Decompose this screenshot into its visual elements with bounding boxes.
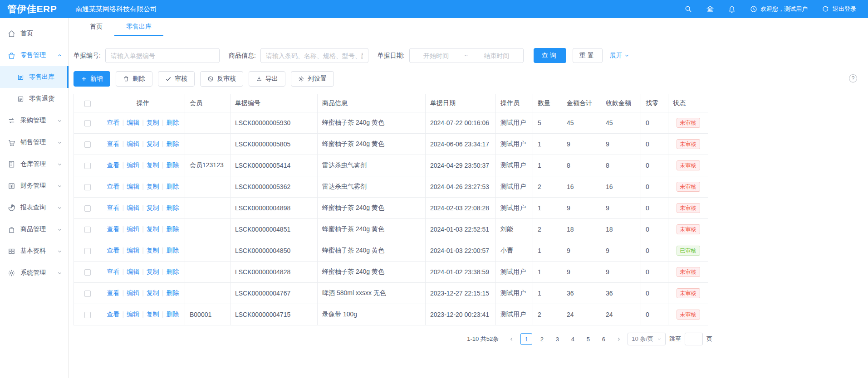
date-range-picker[interactable]: ~ — [409, 48, 524, 63]
prev-page-icon[interactable] — [506, 333, 517, 345]
product-info-input[interactable] — [260, 48, 368, 63]
delete-link[interactable]: 删除 — [166, 225, 179, 233]
view-link[interactable]: 查看 — [107, 140, 120, 147]
date-start-input[interactable] — [412, 52, 460, 59]
edit-link[interactable]: 编辑 — [127, 310, 139, 318]
view-link[interactable]: 查看 — [107, 183, 120, 190]
row-checkbox[interactable] — [84, 205, 91, 212]
add-button[interactable]: 新增 — [74, 71, 110, 87]
row-checkbox[interactable] — [84, 141, 91, 148]
row-checkbox[interactable] — [84, 312, 91, 318]
sidebar-item-basic-data[interactable]: 基本资料 — [0, 240, 69, 262]
tab-home[interactable]: 首页 — [78, 18, 114, 36]
row-checkbox[interactable] — [84, 227, 91, 233]
col-product: 商品信息 — [318, 94, 426, 112]
edit-link[interactable]: 编辑 — [127, 289, 139, 296]
delete-link[interactable]: 删除 — [166, 310, 179, 318]
edit-link[interactable]: 编辑 — [127, 204, 139, 211]
view-link[interactable]: 查看 — [107, 119, 120, 126]
next-page-icon[interactable] — [613, 333, 624, 345]
page-4[interactable]: 4 — [567, 333, 579, 345]
edit-link[interactable]: 编辑 — [127, 183, 139, 190]
page-5[interactable]: 5 — [582, 333, 594, 345]
delete-link[interactable]: 删除 — [166, 119, 179, 126]
sidebar-item-home[interactable]: 首页 — [0, 23, 69, 44]
delete-link[interactable]: 删除 — [166, 161, 179, 169]
edit-link[interactable]: 编辑 — [127, 268, 139, 275]
page-3[interactable]: 3 — [551, 333, 563, 345]
copy-link[interactable]: 复制 — [147, 140, 159, 147]
logout-button[interactable]: 退出登录 — [822, 5, 856, 13]
delete-link[interactable]: 删除 — [166, 247, 179, 254]
sidebar-item-retail-management[interactable]: 零售管理 — [0, 44, 69, 66]
sidebar-item-report-query[interactable]: 报表查询 — [0, 197, 69, 218]
table-row: 查看|编辑|复制|删除 LSCK00000004828 蜂蜜柚子茶 240g 黄… — [74, 262, 708, 283]
copy-link[interactable]: 复制 — [147, 247, 159, 254]
chevron-down-icon — [57, 249, 62, 254]
select-all-checkbox[interactable] — [84, 101, 91, 107]
unaudit-button[interactable]: 反审核 — [200, 71, 243, 87]
welcome-user[interactable]: 欢迎您，测试用户 — [750, 5, 808, 13]
view-link[interactable]: 查看 — [107, 204, 120, 211]
copy-link[interactable]: 复制 — [147, 183, 159, 190]
row-checkbox[interactable] — [84, 163, 91, 169]
delete-link[interactable]: 删除 — [166, 289, 179, 296]
sidebar-item-retail-outbound[interactable]: 零售出库 — [0, 66, 69, 88]
row-checkbox[interactable] — [84, 269, 91, 276]
copy-link[interactable]: 复制 — [147, 289, 159, 296]
page-2[interactable]: 2 — [536, 333, 548, 345]
edit-link[interactable]: 编辑 — [127, 119, 139, 126]
sidebar-item-sales-management[interactable]: 销售管理 — [0, 131, 69, 153]
page-6[interactable]: 6 — [598, 333, 609, 345]
delete-link[interactable]: 删除 — [166, 204, 179, 211]
sidebar-item-purchase-management[interactable]: 采购管理 — [0, 110, 69, 131]
row-checkbox[interactable] — [84, 248, 91, 254]
delete-link[interactable]: 删除 — [166, 183, 179, 190]
date-end-input[interactable] — [473, 52, 520, 59]
edit-link[interactable]: 编辑 — [127, 161, 139, 169]
help-icon[interactable]: ? — [849, 74, 857, 82]
edit-link[interactable]: 编辑 — [127, 140, 139, 147]
search-icon[interactable] — [685, 5, 692, 13]
row-checkbox[interactable] — [84, 120, 91, 126]
jump-label: 跳至 — [669, 335, 681, 343]
view-link[interactable]: 查看 — [107, 289, 120, 296]
page-1[interactable]: 1 — [520, 333, 532, 345]
copy-link[interactable]: 复制 — [147, 161, 159, 169]
delete-link[interactable]: 删除 — [166, 268, 179, 275]
sidebar-item-system-management[interactable]: 系统管理 — [0, 262, 69, 284]
table-row: 查看|编辑|复制|删除 LSCK00000005805 蜂蜜柚子茶 240g 黄… — [74, 134, 708, 155]
expand-link[interactable]: 展开 — [610, 52, 629, 60]
row-checkbox[interactable] — [84, 291, 91, 297]
bell-icon[interactable] — [728, 5, 736, 13]
delete-button[interactable]: 删除 — [116, 71, 152, 87]
copy-link[interactable]: 复制 — [147, 225, 159, 233]
column-settings-button[interactable]: 列设置 — [291, 71, 334, 87]
delete-link[interactable]: 删除 — [166, 140, 179, 147]
jump-page-input[interactable] — [685, 333, 703, 345]
copy-link[interactable]: 复制 — [147, 119, 159, 126]
sidebar-item-goods-management[interactable]: 商品管理 — [0, 218, 69, 240]
view-link[interactable]: 查看 — [107, 268, 120, 275]
row-checkbox[interactable] — [84, 184, 91, 190]
edit-link[interactable]: 编辑 — [127, 247, 139, 254]
sidebar-item-retail-return[interactable]: 零售退货 — [0, 88, 69, 110]
view-link[interactable]: 查看 — [107, 310, 120, 318]
copy-link[interactable]: 复制 — [147, 204, 159, 211]
bank-icon[interactable] — [706, 5, 714, 13]
tab-retail-outbound[interactable]: 零售出库 — [114, 18, 163, 36]
view-link[interactable]: 查看 — [107, 247, 120, 254]
audit-button[interactable]: 审核 — [158, 71, 195, 87]
view-link[interactable]: 查看 — [107, 225, 120, 233]
reset-button[interactable]: 重置 — [573, 48, 603, 63]
search-button[interactable]: 查询 — [534, 48, 566, 63]
page-size-select[interactable]: 10 条/页 — [628, 333, 666, 345]
order-no-input[interactable] — [105, 48, 220, 63]
sidebar-item-warehouse-management[interactable]: 仓库管理 — [0, 153, 69, 175]
export-button[interactable]: 导出 — [249, 71, 285, 87]
copy-link[interactable]: 复制 — [147, 268, 159, 275]
edit-link[interactable]: 编辑 — [127, 225, 139, 233]
copy-link[interactable]: 复制 — [147, 310, 159, 318]
view-link[interactable]: 查看 — [107, 161, 120, 169]
sidebar-item-finance-management[interactable]: 财务管理 — [0, 175, 69, 197]
